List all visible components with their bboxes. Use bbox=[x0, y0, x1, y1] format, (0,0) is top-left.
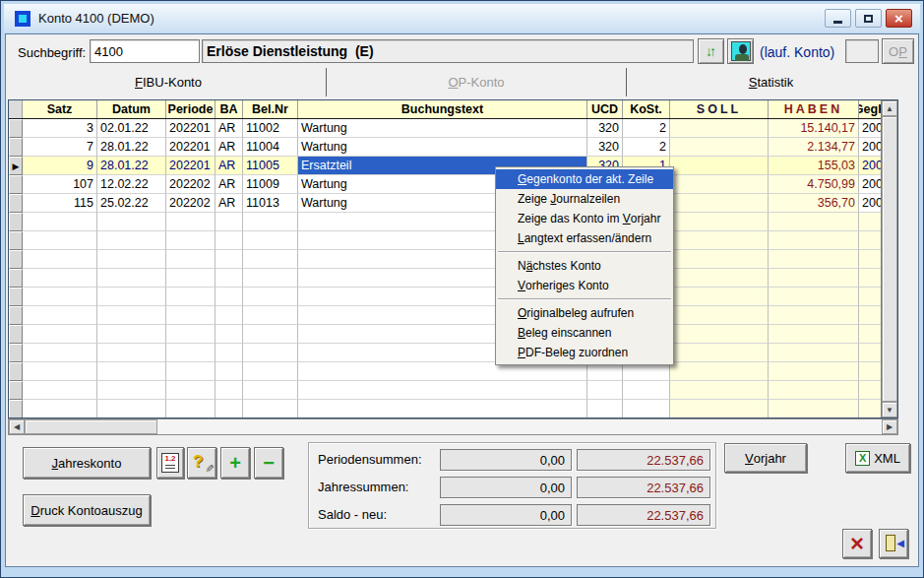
context-menu-item[interactable]: Gegenkonto der akt. Zeile bbox=[496, 169, 673, 189]
xml-export-button[interactable]: X XML bbox=[845, 443, 910, 473]
row-selector-cell[interactable] bbox=[9, 119, 23, 138]
cell-haben[interactable]: 2.134,77 bbox=[769, 138, 859, 157]
row-selector-cell[interactable] bbox=[9, 194, 23, 213]
cell-satz[interactable]: 107 bbox=[23, 175, 97, 194]
tab-op-konto[interactable]: OP-Konto bbox=[327, 67, 626, 96]
context-menu-item[interactable]: Vorheriges Konto bbox=[496, 276, 673, 295]
cell-ucd bbox=[587, 381, 623, 400]
cell-soll[interactable] bbox=[670, 138, 769, 157]
row-selector-cell bbox=[9, 306, 23, 325]
cell-satz[interactable]: 7 bbox=[23, 138, 97, 157]
row-selector-cell[interactable] bbox=[9, 138, 23, 157]
cell-satz[interactable]: 3 bbox=[23, 119, 97, 138]
cell-soll[interactable] bbox=[670, 157, 769, 175]
cell-gegk[interactable]: 2000 bbox=[859, 194, 881, 213]
op-button[interactable]: OP bbox=[882, 38, 914, 64]
horizontal-scrollbar[interactable]: ◀ ▶ bbox=[8, 418, 898, 435]
context-menu-item[interactable]: PDF-Beleg zuordnen bbox=[496, 343, 673, 362]
cell-text[interactable]: Wartung bbox=[298, 119, 587, 138]
vertical-scrollbar[interactable]: ▲ ▼ bbox=[881, 100, 897, 417]
row-selector-cell[interactable]: ▶ bbox=[9, 157, 23, 175]
cell-belnr[interactable]: 11004 bbox=[243, 138, 298, 157]
search-input[interactable] bbox=[90, 39, 200, 63]
vertical-scrollbar-thumb[interactable] bbox=[882, 116, 897, 402]
cell-ucd[interactable]: 320 bbox=[587, 138, 623, 157]
cell-datum[interactable]: 02.01.22 bbox=[97, 119, 166, 138]
close-button[interactable]: × bbox=[886, 9, 912, 28]
context-menu-item[interactable]: Nächstes Konto bbox=[496, 256, 673, 276]
row-selector-header bbox=[9, 100, 23, 118]
cell-belnr[interactable]: 11002 bbox=[243, 119, 298, 138]
cell-datum[interactable]: 12.02.22 bbox=[97, 175, 166, 194]
horizontal-scrollbar-track[interactable] bbox=[157, 419, 882, 434]
cell-ba[interactable]: AR bbox=[216, 194, 243, 213]
table-row[interactable]: 10712.02.22202202AR11009Wartung4.750,992… bbox=[9, 175, 881, 194]
cell-periode[interactable]: 202201 bbox=[166, 157, 216, 175]
exit-button[interactable]: ◀ bbox=[879, 529, 908, 558]
cell-ba[interactable]: AR bbox=[216, 138, 243, 157]
cell-haben[interactable]: 15.140,17 bbox=[769, 119, 859, 138]
cell-gegk[interactable]: 2000 bbox=[859, 119, 881, 138]
scroll-down-button[interactable]: ▼ bbox=[882, 402, 897, 417]
context-menu-item[interactable]: Beleg einscannen bbox=[496, 323, 673, 343]
scroll-right-button[interactable]: ▶ bbox=[882, 419, 897, 434]
cell-datum[interactable]: 25.02.22 bbox=[97, 194, 166, 213]
cell-satz[interactable]: 115 bbox=[23, 194, 97, 213]
cell-datum[interactable]: 28.01.22 bbox=[97, 138, 166, 157]
row-selector-cell[interactable] bbox=[9, 175, 23, 194]
cell-periode[interactable]: 202201 bbox=[166, 119, 216, 138]
cell-soll[interactable] bbox=[670, 175, 769, 194]
maximize-button[interactable] bbox=[855, 9, 882, 28]
cell-kost[interactable]: 2 bbox=[623, 119, 670, 138]
cell-belnr[interactable]: 11013 bbox=[243, 194, 298, 213]
cell-datum bbox=[97, 306, 166, 325]
row-selector-cell bbox=[9, 288, 23, 306]
cell-kost[interactable]: 2 bbox=[623, 138, 670, 157]
cell-satz[interactable]: 9 bbox=[23, 157, 97, 175]
cell-periode[interactable]: 202202 bbox=[166, 175, 216, 194]
cell-text[interactable]: Wartung bbox=[298, 138, 587, 157]
minimize-button[interactable] bbox=[825, 9, 851, 28]
cell-ba[interactable]: AR bbox=[216, 175, 243, 194]
scroll-left-button[interactable]: ◀ bbox=[9, 419, 25, 434]
cell-ucd[interactable]: 320 bbox=[587, 119, 623, 138]
cell-ba[interactable]: AR bbox=[216, 157, 243, 175]
edit-note-button[interactable]: ?✎ bbox=[187, 447, 216, 479]
add-button[interactable]: + bbox=[220, 447, 250, 479]
cell-periode[interactable]: 202201 bbox=[166, 138, 216, 157]
table-row[interactable]: 11525.02.22202202AR11013Wartung356,70200… bbox=[9, 194, 881, 213]
cell-periode[interactable]: 202202 bbox=[166, 194, 216, 213]
cell-gegk[interactable]: 2000 bbox=[859, 138, 881, 157]
context-menu-item[interactable]: Zeige Journalzeilen bbox=[496, 189, 673, 209]
refresh-button[interactable]: ↓↑ bbox=[698, 38, 724, 64]
cell-belnr[interactable]: 11005 bbox=[243, 157, 298, 175]
vorjahr-button[interactable]: Vorjahr bbox=[724, 443, 807, 473]
scroll-up-button[interactable]: ▲ bbox=[882, 100, 897, 116]
cell-periode bbox=[166, 344, 216, 362]
cancel-button[interactable]: × bbox=[842, 529, 872, 558]
remove-button[interactable]: − bbox=[254, 447, 283, 479]
table-row[interactable]: ▶928.01.22202201AR11005Ersatzteil3201155… bbox=[9, 157, 881, 175]
druck-kontoauszug-button[interactable]: Druck Kontoauszug bbox=[23, 494, 151, 526]
tab-statistik[interactable]: Statistik bbox=[627, 67, 915, 96]
cell-ba[interactable]: AR bbox=[216, 119, 243, 138]
cell-datum[interactable]: 28.01.22 bbox=[97, 157, 166, 175]
cell-gegk[interactable]: 2000 bbox=[859, 157, 881, 175]
cell-soll[interactable] bbox=[670, 194, 769, 213]
table-row[interactable]: 302.01.22202201AR11002Wartung320215.140,… bbox=[9, 119, 881, 138]
cell-haben[interactable]: 4.750,99 bbox=[769, 175, 859, 194]
cell-haben[interactable]: 356,70 bbox=[769, 194, 859, 213]
account-person-button[interactable] bbox=[727, 38, 754, 64]
tab-fibu-konto[interactable]: FIBU-Konto bbox=[11, 67, 326, 96]
cell-soll[interactable] bbox=[670, 119, 769, 138]
cell-gegk[interactable]: 2000 bbox=[859, 175, 881, 194]
horizontal-scrollbar-thumb[interactable] bbox=[25, 419, 157, 434]
journal-button[interactable]: 1.2 bbox=[156, 447, 184, 479]
jahreskonto-button[interactable]: Jahreskonto bbox=[23, 447, 151, 479]
context-menu-item[interactable]: Langtext erfassen/ändern bbox=[496, 228, 673, 248]
cell-belnr[interactable]: 11009 bbox=[243, 175, 298, 194]
table-row[interactable]: 728.01.22202201AR11004Wartung32022.134,7… bbox=[9, 138, 881, 157]
context-menu-item[interactable]: Originalbeleg aufrufen bbox=[496, 303, 673, 323]
context-menu-item[interactable]: Zeige das Konto im Vorjahr bbox=[496, 209, 673, 228]
cell-haben[interactable]: 155,03 bbox=[769, 157, 859, 175]
